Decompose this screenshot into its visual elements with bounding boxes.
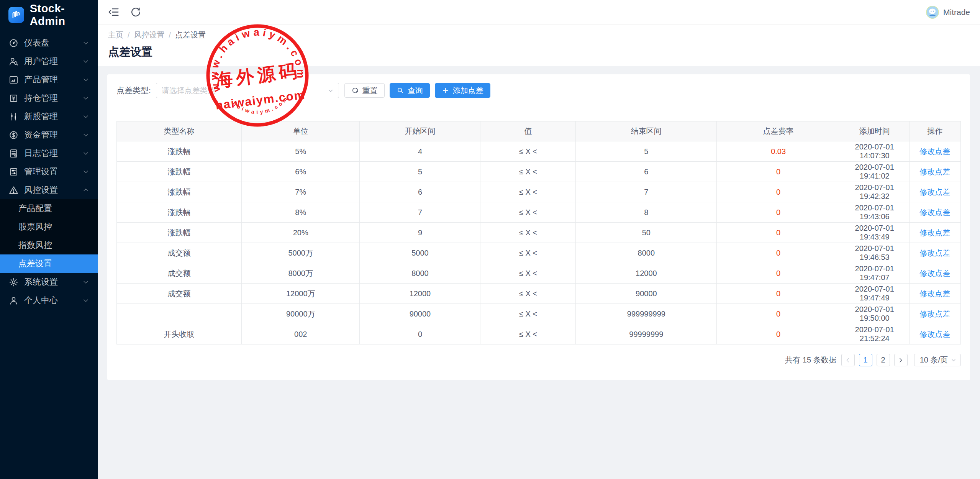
cell-cond: ≤ X < — [480, 304, 576, 324]
column-header-结束区间: 结束区间 — [576, 121, 717, 141]
cell-cond: ≤ X < — [480, 324, 576, 344]
cell-time: 2020-07-01 21:52:24 — [840, 324, 909, 344]
sidebar-item-持仓管理[interactable]: 持仓管理 — [0, 89, 98, 107]
search-button[interactable]: 查询 — [390, 83, 430, 98]
sidebar-item-管理设置[interactable]: 管理设置 — [0, 162, 98, 181]
edit-spread-link[interactable]: 修改点差 — [919, 310, 950, 318]
cell-type: 涨跌幅 — [117, 202, 242, 223]
breadcrumb-separator: / — [169, 31, 171, 39]
chevron-down-icon — [82, 76, 90, 84]
funds-icon — [8, 130, 19, 140]
add-spread-button[interactable]: 添加点差 — [435, 83, 490, 98]
reset-button[interactable]: 重置 — [344, 83, 385, 98]
cell-start: 7 — [360, 202, 480, 223]
pagination-page-2[interactable]: 2 — [877, 354, 890, 366]
cell-end: 7 — [576, 182, 717, 202]
reset-label: 重置 — [362, 85, 378, 96]
cell-time: 2020-07-01 19:46:53 — [840, 243, 909, 263]
chevron-right-icon — [898, 357, 904, 363]
table-row: 成交额5000万5000≤ X <800002020-07-01 19:46:5… — [117, 243, 961, 263]
cell-start: 6 — [360, 182, 480, 202]
sidebar-item-风控设置[interactable]: 风控设置 — [0, 181, 98, 199]
chevron-down-icon — [82, 57, 90, 65]
refresh-icon[interactable] — [130, 6, 142, 18]
chevron-down-icon — [82, 113, 90, 120]
table-row: 涨跌幅5%4≤ X <50.032020-07-01 14:07:30修改点差 — [117, 141, 961, 162]
page-size-select[interactable]: 10 条/页 — [914, 354, 961, 366]
chevron-down-icon — [82, 278, 90, 286]
edit-spread-link[interactable]: 修改点差 — [919, 167, 950, 176]
page-head: 主页/风控设置/点差设置 点差设置 — [98, 25, 980, 66]
cell-start: 0 — [360, 324, 480, 344]
page-size-label: 10 条/页 — [920, 355, 948, 365]
pagination-page-1[interactable]: 1 — [859, 354, 872, 366]
cell-unit: 5% — [242, 141, 360, 162]
column-header-开始区间: 开始区间 — [360, 121, 480, 141]
table-row: 成交额12000万12000≤ X <9000002020-07-01 19:4… — [117, 284, 961, 304]
cell-actions: 修改点差 — [909, 263, 960, 284]
cell-fee: 0 — [717, 284, 840, 304]
sidebar-subitem-产品配置[interactable]: 产品配置 — [0, 199, 98, 218]
cell-fee: 0 — [717, 182, 840, 202]
cell-unit: 90000万 — [242, 304, 360, 324]
cell-cond: ≤ X < — [480, 162, 576, 182]
search-label: 查询 — [408, 85, 423, 96]
cell-unit: 8% — [242, 202, 360, 223]
search-icon — [397, 87, 404, 94]
edit-spread-link[interactable]: 修改点差 — [919, 208, 950, 217]
column-header-操作: 操作 — [909, 121, 960, 141]
spread-type-select[interactable]: 请选择点差类型 — [156, 83, 339, 98]
cell-type: 成交额 — [117, 284, 242, 304]
chevron-down-icon — [951, 357, 957, 363]
cell-actions: 修改点差 — [909, 304, 960, 324]
sidebar-subitem-股票风控[interactable]: 股票风控 — [0, 218, 98, 236]
edit-spread-link[interactable]: 修改点差 — [919, 269, 950, 277]
chevron-down-icon — [82, 168, 90, 176]
edit-spread-link[interactable]: 修改点差 — [919, 249, 950, 257]
chevron-down-icon — [82, 39, 90, 47]
username: Mitrade — [943, 8, 970, 17]
pagination-prev-button[interactable] — [841, 354, 855, 366]
cell-fee: 0 — [717, 223, 840, 243]
breadcrumb: 主页/风控设置/点差设置 — [108, 30, 970, 40]
sidebar-item-个人中心[interactable]: 个人中心 — [0, 291, 98, 310]
cell-unit: 6% — [242, 162, 360, 182]
reset-icon — [351, 87, 359, 94]
management-settings-icon — [8, 167, 19, 177]
sidebar-item-新股管理[interactable]: 新股管理 — [0, 107, 98, 126]
sidebar-subitem-点差设置[interactable]: 点差设置 — [0, 254, 98, 273]
cell-type — [117, 304, 242, 324]
cell-time: 2020-07-01 14:07:30 — [840, 141, 909, 162]
cell-time: 2020-07-01 19:43:06 — [840, 202, 909, 223]
filter-row: 点差类型: 请选择点差类型 重置 查询 — [116, 83, 961, 98]
table-row: 涨跌幅20%9≤ X <5002020-07-01 19:43:49修改点差 — [117, 223, 961, 243]
sidebar-item-产品管理[interactable]: 产品管理 — [0, 71, 98, 89]
dashboard-icon — [8, 38, 19, 48]
sidebar-item-用户管理[interactable]: 用户管理 — [0, 52, 98, 71]
breadcrumb-item-风控设置[interactable]: 风控设置 — [134, 30, 165, 40]
edit-spread-link[interactable]: 修改点差 — [919, 147, 950, 156]
table-header-row: 类型名称单位开始区间值结束区间点差费率添加时间操作 — [117, 121, 961, 141]
user-menu[interactable]: Mitrade — [926, 6, 970, 19]
sidebar-item-资金管理[interactable]: 资金管理 — [0, 126, 98, 144]
breadcrumb-item-主页[interactable]: 主页 — [108, 30, 123, 40]
pagination-next-button[interactable] — [894, 354, 908, 366]
product-management-icon — [8, 75, 19, 85]
edit-spread-link[interactable]: 修改点差 — [919, 289, 950, 298]
edit-spread-link[interactable]: 修改点差 — [919, 188, 950, 196]
edit-spread-link[interactable]: 修改点差 — [919, 330, 950, 338]
cell-actions: 修改点差 — [909, 202, 960, 223]
edit-spread-link[interactable]: 修改点差 — [919, 228, 950, 237]
cell-type: 涨跌幅 — [117, 162, 242, 182]
sidebar-item-系统设置[interactable]: 系统设置 — [0, 273, 98, 291]
collapse-menu-icon[interactable] — [108, 6, 120, 18]
app-logo[interactable]: Stock-Admin — [0, 0, 98, 30]
cell-end: 8 — [576, 202, 717, 223]
table-row: 涨跌幅8%7≤ X <802020-07-01 19:43:06修改点差 — [117, 202, 961, 223]
cell-start: 5 — [360, 162, 480, 182]
table-row: 开头收取0020≤ X <9999999902020-07-01 21:52:2… — [117, 324, 961, 344]
cell-type: 涨跌幅 — [117, 182, 242, 202]
sidebar-item-日志管理[interactable]: 日志管理 — [0, 144, 98, 162]
sidebar-item-仪表盘[interactable]: 仪表盘 — [0, 34, 98, 52]
sidebar-subitem-指数风控[interactable]: 指数风控 — [0, 236, 98, 254]
